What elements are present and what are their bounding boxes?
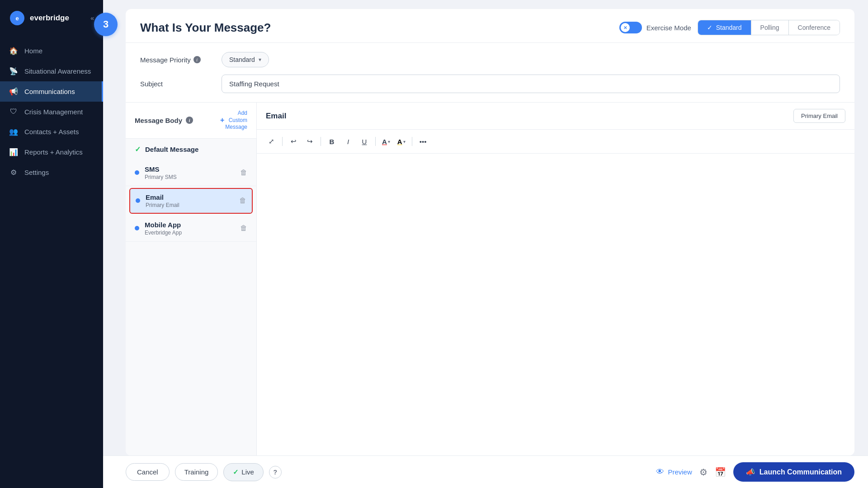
- sidebar-item-settings-label: Settings: [24, 169, 49, 176]
- message-priority-row: Message Priority i Standard ▾: [140, 52, 840, 67]
- sidebar: e everbridge « 🏠 Home 📡 Situational Awar…: [0, 0, 103, 488]
- sidebar-item-contacts-assets[interactable]: 👥 Contacts + Assets: [0, 122, 103, 142]
- redo-button[interactable]: ↪: [302, 134, 317, 149]
- content-card: What Is Your Message? ✕ Exercise Mode ✓ …: [126, 9, 854, 455]
- tab-polling[interactable]: Polling: [751, 20, 789, 35]
- message-body-label: Message Body: [135, 117, 182, 124]
- mobile-app-sub: Everbridge App: [145, 230, 235, 236]
- situational-awareness-icon: 📡: [9, 67, 18, 75]
- contacts-assets-icon: 👥: [9, 127, 18, 136]
- step-number: 3: [103, 19, 108, 30]
- home-icon: 🏠: [9, 47, 18, 55]
- sidebar-item-home[interactable]: 🏠 Home: [0, 41, 103, 61]
- bottom-right-controls: 👁 Preview ⚙ 📅 📣 Launch Communication: [656, 462, 854, 482]
- sidebar-item-contacts-assets-label: Contacts + Assets: [24, 128, 79, 136]
- mobile-app-message-item[interactable]: Mobile App Everbridge App 🗑: [126, 216, 256, 242]
- step-badge: 3: [94, 13, 118, 36]
- editor-panel: Email Primary Email ⤢ ↩ ↪ B I U A ▾: [257, 103, 854, 455]
- default-message-check-icon: ✓: [135, 145, 141, 154]
- italic-button[interactable]: I: [341, 134, 355, 149]
- message-priority-label: Message Priority i: [140, 56, 212, 64]
- communications-icon: 📢: [9, 87, 18, 96]
- default-message-item[interactable]: ✓ Default Message: [126, 139, 256, 160]
- sidebar-logo: e everbridge «: [0, 0, 103, 36]
- highlight-a-icon: A: [397, 138, 402, 145]
- sidebar-item-reports-analytics[interactable]: 📊 Reports + Analytics: [0, 142, 103, 162]
- mode-controls: ✕ Exercise Mode ✓ Standard Polling Confe…: [619, 20, 840, 35]
- sidebar-item-crisis-management[interactable]: 🛡 Crisis Management: [0, 102, 103, 122]
- tab-standard[interactable]: ✓ Standard: [698, 20, 751, 35]
- sidebar-item-situational-awareness[interactable]: 📡 Situational Awareness: [0, 61, 103, 81]
- message-priority-info-icon[interactable]: i: [193, 56, 201, 63]
- sidebar-collapse-button[interactable]: «: [90, 14, 94, 22]
- toggle-knob: ✕: [621, 23, 630, 32]
- sms-message-item[interactable]: SMS Primary SMS 🗑: [126, 160, 256, 186]
- sidebar-item-settings[interactable]: ⚙ Settings: [0, 162, 103, 183]
- cancel-button[interactable]: Cancel: [126, 463, 170, 481]
- mobile-app-dot-icon: [135, 226, 139, 230]
- mode-tabs: ✓ Standard Polling Conference: [698, 20, 840, 35]
- font-color-chevron: ▾: [388, 139, 390, 144]
- primary-email-button[interactable]: Primary Email: [793, 109, 845, 123]
- help-button[interactable]: ?: [269, 466, 282, 479]
- megaphone-icon: 📣: [746, 468, 755, 476]
- more-options-button[interactable]: •••: [416, 134, 430, 149]
- email-item-wrapper: Email Primary Email 🗑: [126, 186, 256, 216]
- sms-info: SMS Primary SMS: [145, 165, 235, 180]
- sidebar-item-reports-analytics-label: Reports + Analytics: [24, 148, 83, 156]
- sidebar-item-communications[interactable]: 📢 Communications: [0, 81, 103, 102]
- form-area: Message Priority i Standard ▾ Subject: [126, 43, 854, 102]
- subject-row: Subject: [140, 75, 840, 93]
- sms-name: SMS: [145, 165, 235, 173]
- add-custom-message-button[interactable]: + AddCustomMessage: [220, 110, 247, 131]
- body-area: Message Body i + AddCustomMessage ✓ Defa…: [126, 102, 854, 455]
- email-message-item[interactable]: Email Primary Email 🗑: [129, 188, 253, 214]
- calendar-icon[interactable]: 📅: [715, 467, 726, 478]
- live-label: Live: [241, 468, 254, 476]
- message-panel-header: Message Body i + AddCustomMessage: [126, 103, 256, 139]
- email-delete-icon[interactable]: 🗑: [239, 197, 246, 205]
- priority-value: Standard: [229, 56, 255, 63]
- reports-analytics-icon: 📊: [9, 148, 18, 156]
- editor-body[interactable]: [257, 154, 854, 455]
- mobile-app-delete-icon[interactable]: 🗑: [240, 224, 247, 232]
- subject-input[interactable]: [222, 75, 840, 93]
- chevron-down-icon: ▾: [259, 56, 261, 63]
- card-header: What Is Your Message? ✕ Exercise Mode ✓ …: [126, 9, 854, 43]
- mobile-app-info: Mobile App Everbridge App: [145, 221, 235, 236]
- underline-button[interactable]: U: [357, 134, 372, 149]
- editor-header: Email Primary Email: [257, 103, 854, 130]
- preview-button[interactable]: 👁 Preview: [656, 467, 692, 477]
- tab-conference[interactable]: Conference: [789, 20, 840, 35]
- font-color-button[interactable]: A ▾: [379, 136, 393, 147]
- email-info: Email Primary Email: [146, 193, 234, 208]
- mobile-app-name: Mobile App: [145, 221, 235, 229]
- everbridge-logo-icon: e: [9, 10, 25, 26]
- bottom-left-controls: Cancel Training ✓ Live ?: [126, 463, 282, 481]
- expand-button[interactable]: ⤢: [264, 134, 278, 149]
- email-sub: Primary Email: [146, 202, 234, 208]
- preview-eye-icon: 👁: [656, 467, 664, 477]
- exercise-toggle-switch[interactable]: ✕: [619, 22, 642, 33]
- live-button[interactable]: ✓ Live: [223, 463, 264, 481]
- highlight-button[interactable]: A ▾: [395, 136, 408, 147]
- launch-communication-button[interactable]: 📣 Launch Communication: [733, 462, 854, 482]
- main-content: 3 What Is Your Message? ✕ Exercise Mode …: [103, 0, 868, 488]
- sms-delete-icon[interactable]: 🗑: [240, 169, 247, 177]
- logo-text: everbridge: [30, 14, 69, 23]
- default-message-label: Default Message: [145, 145, 198, 153]
- highlight-chevron: ▾: [403, 139, 406, 144]
- editor-toolbar: ⤢ ↩ ↪ B I U A ▾ A ▾: [257, 130, 854, 154]
- exercise-mode-label: Exercise Mode: [646, 24, 691, 32]
- exercise-mode-toggle[interactable]: ✕ Exercise Mode: [619, 22, 691, 33]
- toolbar-divider-4: [412, 137, 412, 146]
- plus-icon: +: [220, 116, 224, 125]
- bold-button[interactable]: B: [325, 134, 339, 149]
- card-title: What Is Your Message?: [140, 21, 271, 35]
- message-priority-dropdown[interactable]: Standard ▾: [222, 52, 269, 67]
- training-button[interactable]: Training: [175, 463, 218, 481]
- undo-button[interactable]: ↩: [286, 134, 301, 149]
- sms-sub: Primary SMS: [145, 174, 235, 180]
- message-body-info-icon[interactable]: i: [186, 117, 193, 124]
- settings-icon[interactable]: ⚙: [699, 467, 708, 478]
